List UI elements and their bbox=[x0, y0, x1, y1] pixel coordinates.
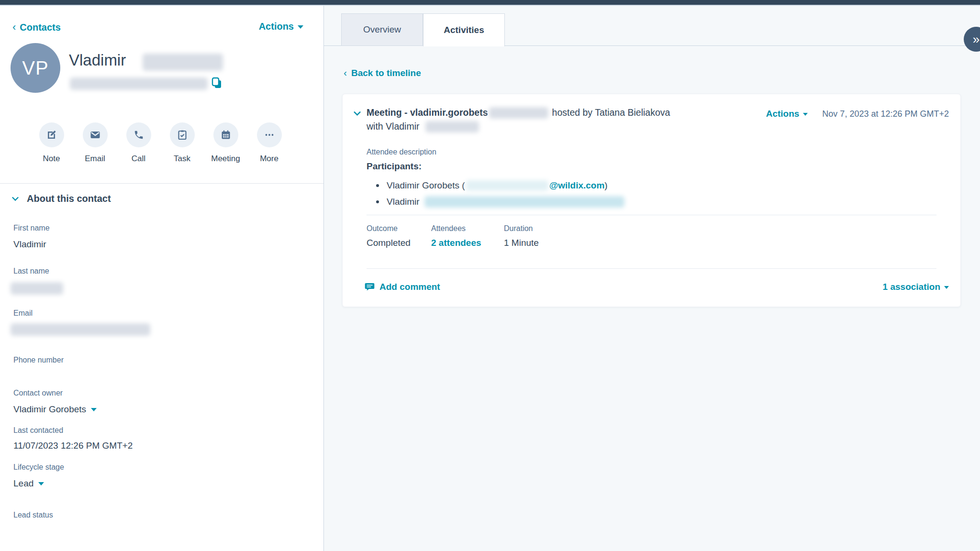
task-icon bbox=[170, 122, 195, 147]
card-divider bbox=[367, 215, 936, 215]
association-dropdown[interactable]: 1 association bbox=[883, 282, 949, 292]
chevron-left-icon: ‹ bbox=[12, 21, 16, 33]
lifecycle-stage-dropdown[interactable]: Lead bbox=[13, 478, 44, 489]
duration-label: Duration bbox=[504, 224, 533, 233]
field-label: Email bbox=[13, 309, 33, 318]
back-to-contacts-label: Contacts bbox=[20, 22, 61, 33]
chevron-left-icon: ‹ bbox=[344, 67, 347, 78]
field-label: Lifecycle stage bbox=[13, 463, 64, 472]
field-label: Phone number bbox=[13, 356, 64, 364]
card-header-right: Actions Nov 7, 2023 at 12:26 PM GMT+2 bbox=[766, 109, 949, 119]
participant-row: Vladimir Gorobets ( @wildix.com ) bbox=[369, 177, 624, 194]
contact-name: Vladimir bbox=[69, 51, 126, 69]
tab-activities-label: Activities bbox=[444, 25, 484, 35]
attendees-link[interactable]: 2 attendees bbox=[431, 238, 481, 248]
meeting-title: Meeting - vladimir.gorobets hosted by Ta… bbox=[367, 106, 749, 133]
participant-suffix: ) bbox=[604, 180, 607, 191]
redacted-participant-email bbox=[424, 196, 624, 208]
field-label: Lead status bbox=[13, 511, 53, 519]
hubspot-contact-screen: ‹Contacts Actions VP Vladimir bbox=[0, 0, 980, 551]
add-comment-label: Add comment bbox=[379, 282, 440, 292]
contact-actions-dropdown[interactable]: Actions bbox=[259, 21, 303, 32]
about-section-header: About this contact bbox=[11, 193, 111, 204]
tab-overview-label: Overview bbox=[363, 24, 401, 35]
note-icon bbox=[39, 122, 64, 147]
field-contact-owner: Contact owner bbox=[13, 389, 63, 397]
double-chevron-right-icon: » bbox=[973, 32, 980, 47]
bullet-icon bbox=[376, 200, 379, 203]
meeting-title-line1: Meeting - vladimir.gorobets hosted by Ta… bbox=[367, 106, 749, 120]
field-last-contacted: Last contacted bbox=[13, 426, 63, 435]
meeting-button[interactable]: Meeting bbox=[204, 122, 247, 164]
meeting-title-line2: with Vladimir bbox=[367, 120, 749, 133]
back-to-contacts-link[interactable]: ‹Contacts bbox=[12, 21, 61, 33]
call-label: Call bbox=[132, 154, 145, 164]
top-bar-edge bbox=[0, 5, 980, 6]
participants-list: Vladimir Gorobets ( @wildix.com ) Vladim… bbox=[369, 177, 624, 210]
field-phone-number: Phone number bbox=[13, 356, 64, 364]
back-to-timeline-link[interactable]: ‹Back to timeline bbox=[344, 67, 421, 78]
add-comment-button[interactable]: Add comment bbox=[365, 282, 440, 292]
back-to-timeline-label: Back to timeline bbox=[351, 68, 421, 78]
more-button[interactable]: More bbox=[247, 122, 291, 164]
email-icon bbox=[83, 122, 108, 147]
collapse-chevron-icon[interactable] bbox=[353, 110, 361, 118]
meeting-label: Meeting bbox=[211, 154, 240, 164]
association-label: 1 association bbox=[883, 282, 940, 292]
avatar-initials: VP bbox=[22, 57, 48, 79]
field-label: Contact owner bbox=[13, 389, 63, 397]
field-first-name: First name bbox=[13, 224, 50, 232]
participants-heading: Participants: bbox=[367, 161, 422, 172]
task-button[interactable]: Task bbox=[160, 122, 204, 164]
sidebar-divider bbox=[0, 183, 323, 184]
redacted-email-local-part bbox=[466, 180, 548, 191]
chevron-down-icon bbox=[803, 113, 808, 116]
meeting-actions-label: Actions bbox=[766, 109, 800, 119]
tab-overview[interactable]: Overview bbox=[341, 13, 423, 46]
contact-owner-value: Vladimir Gorobets bbox=[13, 404, 86, 414]
redacted-email bbox=[70, 77, 208, 90]
contact-actions-label: Actions bbox=[259, 21, 294, 32]
participant-email-domain-link[interactable]: @wildix.com bbox=[549, 180, 605, 191]
more-label: More bbox=[260, 154, 278, 164]
field-label: Last contacted bbox=[13, 426, 63, 435]
field-label: Last name bbox=[13, 267, 49, 276]
bullet-icon bbox=[376, 184, 379, 187]
chevron-down-icon bbox=[298, 25, 303, 29]
participant-name: Vladimir bbox=[387, 197, 420, 207]
card-divider bbox=[367, 268, 936, 269]
field-label: First name bbox=[13, 224, 50, 232]
more-icon bbox=[257, 122, 282, 147]
meeting-title-with: with Vladimir bbox=[367, 120, 420, 133]
collapse-chevron-icon[interactable] bbox=[11, 195, 19, 203]
copy-email-icon[interactable] bbox=[211, 77, 223, 90]
last-contacted-value: 11/07/2023 12:26 PM GMT+2 bbox=[13, 441, 133, 451]
quick-actions-row: Note Email Call bbox=[30, 122, 291, 164]
about-section-title: About this contact bbox=[27, 193, 111, 204]
contact-owner-dropdown[interactable]: Vladimir Gorobets bbox=[13, 404, 97, 415]
field-lead-status: Lead status bbox=[13, 511, 53, 519]
field-last-name: Last name bbox=[13, 267, 49, 276]
meeting-icon bbox=[213, 122, 238, 147]
first-name-value: Vladimir bbox=[13, 239, 46, 250]
email-button[interactable]: Email bbox=[73, 122, 117, 164]
participant-row: Vladimir bbox=[369, 194, 624, 210]
meeting-title-bold: Meeting - vladimir.gorobets bbox=[367, 106, 488, 120]
field-email: Email bbox=[13, 309, 33, 318]
participant-name: Vladimir Gorobets ( bbox=[387, 180, 465, 191]
avatar: VP bbox=[11, 43, 60, 93]
comment-bubble-icon bbox=[365, 282, 375, 292]
note-button[interactable]: Note bbox=[30, 122, 73, 164]
meeting-title-rest: hosted by Tatiana Bieliakova bbox=[552, 106, 670, 120]
meeting-actions-dropdown[interactable]: Actions bbox=[766, 109, 808, 119]
outcome-label: Outcome bbox=[367, 224, 398, 233]
attendee-description-label: Attendee description bbox=[367, 148, 436, 156]
contact-sidebar: ‹Contacts Actions VP Vladimir bbox=[0, 6, 324, 551]
call-icon bbox=[126, 122, 151, 147]
duration-value: 1 Minute bbox=[504, 238, 539, 248]
call-button[interactable]: Call bbox=[117, 122, 160, 164]
redacted-title-segment bbox=[489, 107, 548, 119]
tab-activities[interactable]: Activities bbox=[423, 13, 505, 46]
redacted-email-value bbox=[11, 323, 150, 336]
meeting-activity-card: Meeting - vladimir.gorobets hosted by Ta… bbox=[342, 94, 961, 307]
